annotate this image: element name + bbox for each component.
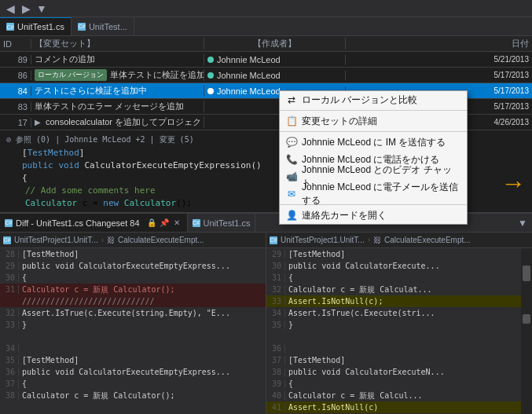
cs-icon-2: C# (78, 23, 86, 31)
lock-icon[interactable]: 🔒 (146, 218, 157, 229)
diff-right-line-36: 36 (266, 343, 532, 354)
history-row-86[interactable]: 86 ローカル バージョン 単体テストに検証を追加 Johnnie McLeod… (0, 68, 532, 83)
diff-content: C# UnitTestProject1.UnitT... › ⛓ Calcula… (0, 233, 532, 414)
diff-left-line-31b: //////////////////////////// (0, 295, 266, 307)
contact-label: 連絡先カードを開く (302, 209, 387, 222)
diff-right-header: C# UnitTestProject1.UnitT... › ⛓ Calcula… (266, 233, 532, 248)
row-id-84: 84 (0, 86, 31, 96)
context-separator-1 (280, 110, 467, 111)
diff-left-header: C# UnitTestProject1.UnitT... › ⛓ Calcula… (0, 233, 266, 248)
diff-right-line-40: 40 Calculator c = 新規 Calcul... (266, 390, 532, 401)
header-id: ID (0, 39, 31, 49)
diff-tab-right[interactable]: C# UnitTest1.cs (188, 214, 256, 232)
diff-right-line-38: 38 public void CalculatorExecuteN... (266, 366, 532, 378)
app-container: ◀ ▶ ▼ C# UnitTest1.cs C# UnitTest... (0, 0, 532, 414)
phone-icon: 📞 (286, 154, 297, 165)
bottom-section: C# Diff - UnitTest1.cs Changeset 84 🔒 📌 … (0, 212, 532, 414)
scrollbar-thumb-1[interactable] (523, 266, 530, 281)
cs-icon-1: C# (6, 23, 14, 31)
diff-tab-label: Diff - UnitTest1.cs Changeset 84 (16, 218, 140, 228)
tab-unittest1[interactable]: C# UnitTest1.cs (0, 17, 72, 35)
diff-right-line-32: 32 Calculator c = 新規 Calculat... (266, 284, 532, 295)
diff-right-line-41: 41 Assert.IsNotNull(c) (266, 401, 532, 413)
diff-right-line-30: 30 public void CalculatorExecute... (266, 260, 532, 272)
history-header: ID 【変更セット】 【作成者】 日付 (0, 36, 532, 52)
diff-left-line-34: 34 (0, 343, 266, 354)
context-item-compare[interactable]: ⇄ ローカル バージョンと比較 (280, 91, 467, 108)
diff-left-line-29: 29 public void CalculatorExecuteEmptyExp… (0, 260, 266, 272)
cs-left-icon: C# (3, 236, 11, 244)
left-header1: UnitTestProject1.UnitT... (14, 236, 98, 244)
close-icon[interactable]: ✕ (171, 218, 182, 229)
diff-right-line-34: 34 Assert.IsTrue(c.Execute(stri... (266, 307, 532, 319)
context-separator-2 (280, 131, 467, 132)
pin-icon[interactable]: 📌 (159, 218, 170, 229)
im-label: Johnnie McLeod に IM を送信する (302, 136, 446, 149)
top-section: ◀ ▶ ▼ C# UnitTest1.cs C# UnitTest... (0, 0, 532, 212)
diff-right-line-35: 35 } (266, 319, 532, 331)
right-header1: UnitTestProject1.UnitT... (281, 236, 365, 244)
row-changeset-84: テストにさらに検証を追加中 (31, 85, 204, 97)
header-date: 日付 (346, 38, 532, 49)
header-changeset: 【変更セット】 (31, 38, 204, 49)
diff-right-lines: 29 [TestMethod] 30 public void Calculato… (266, 248, 532, 414)
compare-icon: ⇄ (286, 94, 297, 105)
diff-left-line-32: 32 Assert.IsTrue(c.Execute(string.Empty)… (0, 307, 266, 319)
header-sep2: › (368, 236, 370, 244)
user-dot-86 (207, 72, 214, 79)
row-id-89: 89 (0, 55, 31, 64)
user-dot-84 (207, 88, 214, 94)
diff-cs-icon2: C# (193, 219, 200, 227)
diff-left-line-28: 28 [TestMethod] (0, 248, 266, 260)
diff-left-line-37: 37 { (0, 378, 266, 390)
context-item-detail[interactable]: 📋 変更セットの詳細 (280, 112, 467, 130)
menu-button[interactable]: ▼ (35, 2, 49, 16)
tab-bar: C# UnitTest1.cs C# UnitTest... (0, 17, 532, 36)
compare-label: ローカル バージョンと比較 (302, 93, 417, 107)
email-label: Johnnie McLeod に電子メールを送信する (302, 181, 460, 207)
diff-left-line-empty (0, 331, 266, 343)
diff-left-line-33: 33 } (0, 319, 266, 331)
header-author: 【作成者】 (204, 38, 346, 49)
row-id-83: 83 (0, 102, 31, 112)
diff-tab-icons: 🔒 📌 ✕ (146, 218, 182, 229)
email-icon: ✉ (286, 189, 297, 200)
video-icon: 📹 (286, 171, 297, 182)
diff-right-line-33: 33 Assert.IsNotNull(c); (266, 295, 532, 307)
row-changeset-17: ▶ consolecalculator を追加してプロジェクトの単体... (31, 116, 204, 128)
row-date-86: 5/17/2013 (346, 71, 532, 79)
local-badge-86: ローカル バージョン (35, 69, 107, 81)
row-changeset-83: 単体テストのエラー メッセージを追加 (31, 101, 204, 112)
context-item-email[interactable]: ✉ Johnnie McLeod に電子メールを送信する (280, 185, 467, 203)
diff-right-line-39: 39 { (266, 378, 532, 390)
diff-left-line-36: 36 public void CalculatorExecuteEmptyExp… (0, 366, 266, 378)
forward-button[interactable]: ▶ (19, 2, 33, 16)
diff-right-line-37: 37 [TestMethod] (266, 354, 532, 366)
header-sep1: › (101, 236, 104, 244)
row-changeset-89: コメントの追加 (31, 53, 204, 65)
back-button[interactable]: ◀ (3, 2, 17, 16)
contact-icon: 👤 (286, 210, 297, 221)
diff-right-pane: C# UnitTestProject1.UnitT... › ⛓ Calcula… (266, 233, 532, 414)
row-date-89: 5/21/2013 (346, 55, 532, 64)
left-header2: CalculateExecuteEmpt... (118, 236, 204, 244)
diff-left-line-38: 38 Calculator c = 新規 Calculator(); (0, 390, 266, 401)
im-icon: 💬 (286, 137, 297, 148)
tab-unittest2[interactable]: C# UnitTest... (72, 17, 134, 35)
row-author-89: Johnnie McLeod (204, 55, 346, 64)
diff-right-line-empty (266, 331, 532, 343)
diff-left-pane: C# UnitTestProject1.UnitT... › ⛓ Calcula… (0, 233, 266, 414)
tab-unittest1-label: UnitTest1.cs (17, 22, 64, 31)
row-id-86: 86 (0, 71, 31, 80)
scrollbar-thumb-2[interactable] (523, 314, 530, 324)
diff-tab-active[interactable]: C# Diff - UnitTest1.cs Changeset 84 🔒 📌 … (0, 214, 188, 232)
context-menu: ⇄ ローカル バージョンと比較 📋 変更セットの詳細 💬 Johnnie McL… (279, 90, 468, 225)
tab-unittest2-label: UnitTest... (89, 22, 127, 31)
diff-scrollbar[interactable] (521, 248, 532, 414)
diff-left-line-35: 35 [TestMethod] (0, 354, 266, 366)
history-row-89[interactable]: 89 コメントの追加 Johnnie McLeod 5/21/2013 (0, 52, 532, 68)
user-dot-89 (207, 57, 214, 63)
context-item-im[interactable]: 💬 Johnnie McLeod に IM を送信する (280, 134, 467, 151)
diff-tab-dropdown[interactable]: ▼ (513, 218, 532, 229)
context-item-contact[interactable]: 👤 連絡先カードを開く (280, 207, 467, 224)
